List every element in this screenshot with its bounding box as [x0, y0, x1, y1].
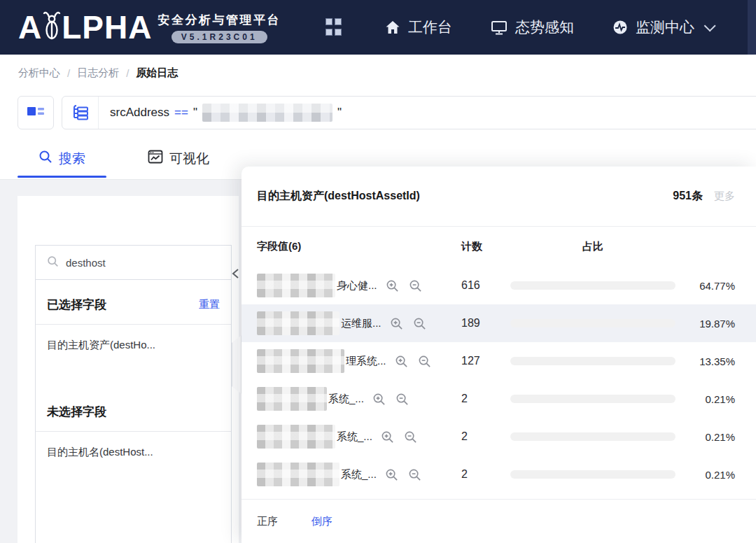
zoom-in-icon[interactable]	[385, 468, 398, 481]
more-link[interactable]: 更多	[714, 190, 735, 203]
collapse-left-icon[interactable]	[232, 268, 239, 282]
bar-track	[510, 432, 676, 441]
tab-visualization[interactable]: 可视化	[142, 139, 215, 178]
fields-container: desthost 已选择字段 重置 目的主机资产(destHo... 未选择字段…	[35, 245, 232, 543]
column-ratio: 占比	[510, 240, 676, 253]
field-value-cell: 系统_...	[257, 425, 461, 449]
drilldown-icons	[385, 468, 421, 481]
zoom-out-icon[interactable]	[404, 430, 417, 444]
zoom-in-icon[interactable]	[381, 430, 394, 444]
bar-track	[510, 319, 676, 327]
drilldown-icons	[372, 393, 409, 406]
value-suffix: 系统_...	[328, 393, 364, 406]
unselected-fields-header: 未选择字段	[36, 387, 231, 432]
count-cell: 2	[461, 430, 510, 443]
query-operator: ==	[174, 106, 188, 120]
drilldown-icons	[386, 279, 422, 292]
reset-button[interactable]: 重置	[199, 298, 220, 311]
zoom-out-icon[interactable]	[408, 468, 421, 481]
logo-wordmark: A LPHA	[18, 10, 152, 45]
query-expression[interactable]: srcAddress == " "	[99, 104, 342, 122]
sort-ascending-button[interactable]: 正序	[257, 515, 278, 528]
stats-row[interactable]: 系统_... 2 0.21%	[241, 456, 756, 493]
top-navbar: A LPHA 安全分析与管理平台 V5.1R23C01	[0, 0, 756, 55]
column-field-value: 字段值(6)	[257, 240, 461, 253]
search-icon	[47, 255, 59, 270]
count-cell: 2	[461, 393, 510, 405]
breadcrumb-current-raw-logs: 原始日志	[136, 66, 178, 80]
count-cell: 616	[461, 279, 510, 292]
stats-row[interactable]: 运维服... 189 19.87%	[241, 304, 756, 342]
app-root: A LPHA 安全分析与管理平台 V5.1R23C01	[0, 0, 756, 543]
navbar-edge-strip	[748, 0, 756, 55]
redacted-value	[257, 311, 340, 335]
nav-item-situation[interactable]: 态势感知	[490, 17, 574, 37]
section-gap	[36, 352, 231, 387]
zoom-out-icon[interactable]	[396, 393, 409, 406]
unselected-field-item[interactable]: 目的主机名(destHost...	[36, 432, 231, 459]
zoom-out-icon[interactable]	[413, 317, 426, 330]
breadcrumb-separator: /	[67, 67, 70, 79]
logo-prefix: A	[18, 11, 42, 43]
breadcrumb-log-analysis[interactable]: 日志分析	[77, 66, 119, 80]
query-input-box[interactable]: srcAddress == " "	[62, 96, 756, 129]
breadcrumb-analysis-center[interactable]: 分析中心	[18, 66, 60, 80]
field-search-input[interactable]: desthost	[36, 246, 231, 280]
zoom-in-icon[interactable]	[372, 393, 386, 406]
list-mode-icon	[27, 105, 45, 120]
chevron-down-icon	[704, 20, 716, 31]
stats-row[interactable]: 身心健... 616 64.77%	[241, 267, 756, 304]
search-icon	[38, 150, 52, 167]
panel-collapse-handle[interactable]	[232, 335, 241, 394]
nav-label: 工作台	[408, 17, 452, 37]
stats-row[interactable]: 理系统... 127 13.35%	[241, 342, 756, 380]
brand-logo[interactable]: A LPHA 安全分析与管理平台 V5.1R23C01	[18, 10, 281, 45]
zoom-in-icon[interactable]	[390, 317, 403, 330]
nav-label: 监测中心	[636, 17, 694, 37]
tab-label: 搜索	[59, 150, 85, 168]
field-value-cell: 运维服...	[257, 311, 461, 335]
sort-descending-button[interactable]: 倒序	[312, 515, 332, 528]
stats-row[interactable]: 系统_... 2 0.21%	[241, 418, 756, 456]
logo-side: 安全分析与管理平台 V5.1R23C01	[158, 12, 281, 43]
version-badge: V5.1R23C01	[172, 31, 267, 43]
fields-sidebar: desthost 已选择字段 重置 目的主机资产(destHo... 未选择字段…	[18, 196, 239, 543]
zoom-in-icon[interactable]	[395, 355, 408, 368]
field-stats-popup: 目的主机资产(destHostAssetId) 951条 更多 字段值(6) 计…	[241, 167, 756, 543]
bar-track	[510, 470, 676, 479]
ratio-bar-cell	[510, 357, 676, 365]
value-suffix: 系统_...	[337, 430, 372, 444]
stats-column-headers: 字段值(6) 计数 占比	[241, 227, 756, 267]
query-mode-button[interactable]	[18, 96, 54, 129]
query-tree-icon[interactable]	[62, 97, 99, 129]
percent-cell: 19.87%	[676, 318, 735, 330]
bar-track	[510, 357, 676, 365]
nav-label: 态势感知	[515, 17, 574, 37]
nav-item-workbench[interactable]: 工作台	[384, 17, 452, 37]
bug-icon	[43, 10, 61, 45]
drilldown-icons	[390, 317, 426, 330]
percent-cell: 64.77%	[676, 280, 735, 292]
query-close-quote: "	[337, 106, 342, 120]
redacted-value	[257, 349, 344, 373]
breadcrumb: 分析中心 / 日志分析 / 原始日志	[0, 55, 756, 91]
stats-row[interactable]: 系统_... 2 0.21%	[241, 380, 756, 418]
selected-field-item[interactable]: 目的主机资产(destHo...	[36, 325, 231, 352]
platform-subtitle: 安全分析与管理平台	[158, 12, 281, 28]
total-count-badge: 951条	[673, 189, 703, 204]
count-cell: 127	[461, 355, 510, 367]
bar-track	[510, 395, 676, 403]
zoom-in-icon[interactable]	[386, 279, 399, 292]
app-grid-icon[interactable]	[326, 18, 344, 36]
stats-rows: 身心健... 616 64.77% 运维服... 189 19.87%	[241, 267, 756, 493]
visualization-icon	[148, 150, 163, 167]
tab-label: 可视化	[169, 150, 209, 168]
active-tab-indicator	[18, 176, 106, 178]
nav-item-monitoring[interactable]: 监测中心	[612, 17, 713, 37]
drilldown-icons	[381, 430, 417, 444]
drilldown-icons	[395, 355, 431, 368]
home-icon	[384, 19, 401, 36]
tab-search[interactable]: 搜索	[18, 139, 106, 178]
zoom-out-icon[interactable]	[409, 279, 422, 292]
zoom-out-icon[interactable]	[418, 355, 431, 368]
